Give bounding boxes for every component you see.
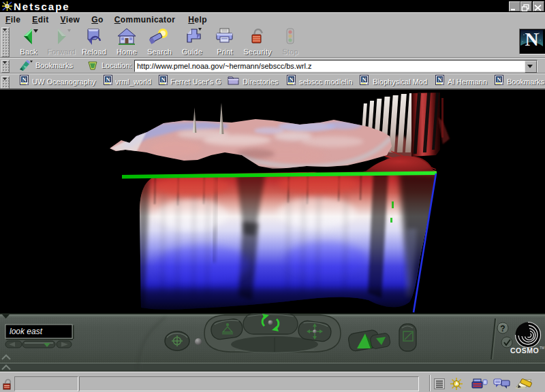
svg-text:look east: look east	[10, 327, 43, 336]
svg-text:COSMO: COSMO	[510, 346, 539, 355]
svg-text:?: ?	[500, 324, 505, 333]
svg-text:N: N	[525, 29, 538, 50]
svg-text:TM: TM	[540, 346, 544, 350]
